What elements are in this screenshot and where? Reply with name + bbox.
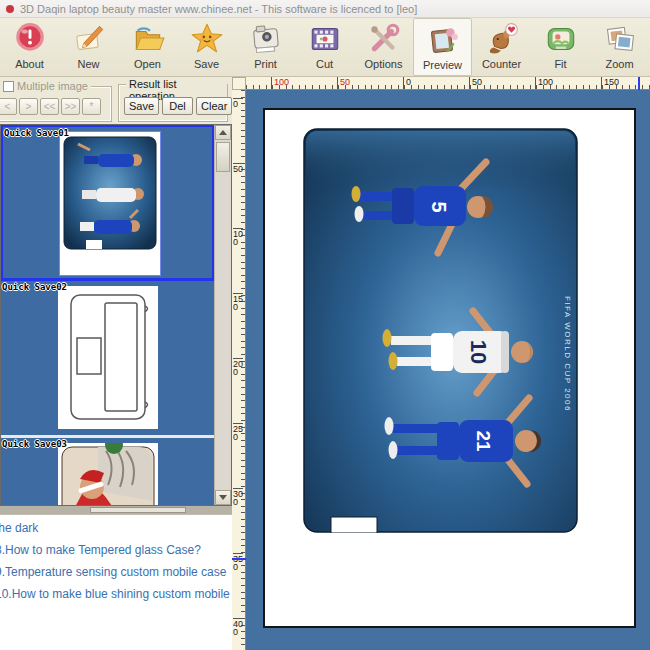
ruler-label: 150: [601, 77, 619, 89]
options-button[interactable]: Options: [354, 18, 413, 76]
multiple-image-label: Multiple image: [17, 80, 88, 92]
scroll-up-icon: [219, 130, 227, 135]
ruler-label: 0: [233, 98, 243, 108]
thumbnail-template-outline: [58, 286, 158, 429]
window-title: 3D Daqin laptop beauty master www.chinee…: [20, 3, 417, 15]
quick-save-item-label: Quick Save01: [4, 128, 69, 138]
toolbar-label: Counter: [482, 58, 521, 70]
fit-button[interactable]: Fit: [531, 18, 590, 76]
ruler-label: 250: [233, 423, 243, 441]
help-link[interactable]: 9.Temperature sensing custom mobile case: [0, 565, 232, 579]
open-icon: [130, 21, 166, 57]
quick-save-item-1[interactable]: Quick Save01: [1, 125, 214, 281]
ruler-label: 0: [403, 77, 411, 89]
scroll-up-button[interactable]: [215, 125, 231, 140]
ruler-label: 100: [271, 77, 289, 89]
cut-icon: [307, 21, 343, 57]
fit-icon: [543, 21, 579, 57]
case-caption: FIFA WORLD CUP 2006: [563, 296, 572, 412]
zoom-button[interactable]: Zoom: [590, 18, 649, 76]
ruler-label: 50: [469, 77, 482, 89]
result-clear-button[interactable]: Clear: [196, 97, 232, 115]
next-image-button[interactable]: >: [19, 98, 38, 115]
save-icon: [189, 21, 225, 57]
toolbar-label: New: [77, 58, 99, 70]
counter-button[interactable]: Counter: [472, 18, 531, 76]
list-scrollbar[interactable]: [214, 125, 231, 505]
ruler-corner: [232, 77, 246, 90]
result-save-button[interactable]: Save: [124, 97, 159, 115]
print-page: 5 10: [263, 108, 636, 628]
ruler-label: 100: [233, 228, 243, 246]
ruler-label: 350: [233, 553, 243, 571]
ruler-ticks: [246, 85, 650, 89]
last-image-button[interactable]: >>: [61, 98, 80, 115]
horizontal-ruler: 100 50 0 50 100 150: [246, 77, 650, 90]
design-canvas[interactable]: 5 10: [246, 90, 650, 650]
print-button[interactable]: Print: [236, 18, 295, 76]
left-panel: Multiple image < > << >> * Result list o…: [0, 77, 232, 650]
save-button[interactable]: Save: [177, 18, 236, 76]
ruler-label: 200: [233, 358, 243, 376]
ruler-label: 400: [233, 618, 243, 636]
list-horizontal-scrollbar[interactable]: [0, 506, 232, 514]
title-bar: 3D Daqin laptop beauty master www.chinee…: [0, 0, 650, 18]
cut-button[interactable]: Cut: [295, 18, 354, 76]
first-image-button[interactable]: <<: [40, 98, 59, 115]
toolbar-label: Fit: [554, 58, 566, 70]
toolbar-label: Open: [134, 58, 161, 70]
multiple-image-groupbox: Multiple image < > << >> *: [0, 86, 112, 122]
help-links: the dark 8.How to make Tempered glass Ca…: [0, 514, 232, 650]
prev-image-button[interactable]: <: [0, 98, 17, 115]
toolbar-label: Save: [194, 58, 219, 70]
quick-save-item-label: Quick Save03: [2, 439, 67, 449]
options-icon: [366, 21, 402, 57]
jersey-number-bottom: 21: [473, 430, 494, 452]
thumbnail-soccer-case: [60, 132, 160, 275]
toolbar-label: Options: [365, 58, 403, 70]
toolbar-label: Zoom: [605, 58, 633, 70]
about-icon: [12, 21, 48, 57]
ruler-label: 300: [233, 488, 243, 506]
preview-button[interactable]: Preview: [413, 18, 472, 76]
help-link[interactable]: 10.How to make blue shining custom mobil…: [0, 587, 232, 601]
cursor-position-marker-y: [232, 558, 246, 560]
toolbar-label: About: [15, 58, 44, 70]
ruler-label: 50: [233, 163, 243, 173]
result-del-button[interactable]: Del: [162, 97, 193, 115]
counter-icon: [484, 21, 520, 57]
print-icon: [248, 21, 284, 57]
ruler-label: 50: [337, 77, 350, 89]
vertical-ruler: 0 50 100 150 200 250 300 350 400: [232, 90, 246, 650]
toolbar-label: Preview: [423, 59, 462, 71]
about-button[interactable]: About: [0, 18, 59, 76]
ruler-label: 100: [535, 77, 553, 89]
quick-save-item-2[interactable]: Quick Save02: [1, 281, 214, 438]
preview-icon: [425, 22, 461, 58]
jersey-number-middle: 10: [466, 340, 491, 364]
toolbar-label: Cut: [316, 58, 333, 70]
open-button[interactable]: Open: [118, 18, 177, 76]
scrollbar-thumb[interactable]: [216, 142, 230, 172]
main-toolbar: About New Open Save: [0, 18, 650, 77]
all-images-button[interactable]: *: [82, 98, 101, 115]
help-link[interactable]: the dark: [0, 521, 232, 535]
quick-save-item-3[interactable]: Quick Save03: [1, 438, 214, 506]
multiple-image-checkbox[interactable]: [3, 81, 14, 92]
case-design-preview[interactable]: 5 10: [303, 128, 578, 533]
ruler-label: 150: [233, 293, 243, 311]
jersey-number-top: 5: [428, 201, 450, 212]
scroll-down-icon: [219, 495, 227, 500]
quick-save-list: Quick Save01: [0, 124, 232, 506]
help-link[interactable]: 8.How to make Tempered glass Case?: [0, 543, 232, 557]
horizontal-scrollbar-thumb[interactable]: [90, 507, 186, 513]
scroll-down-button[interactable]: [215, 490, 231, 505]
zoom-icon: [602, 21, 638, 57]
cursor-position-marker-x: [638, 77, 640, 90]
thumbnail-christmas-photo: [58, 443, 158, 506]
new-button[interactable]: New: [59, 18, 118, 76]
result-list-groupbox: Result list operation Save Del Clear: [118, 84, 228, 122]
quick-save-item-label: Quick Save02: [2, 282, 67, 292]
toolbar-label: Print: [254, 58, 277, 70]
new-icon: [71, 21, 107, 57]
